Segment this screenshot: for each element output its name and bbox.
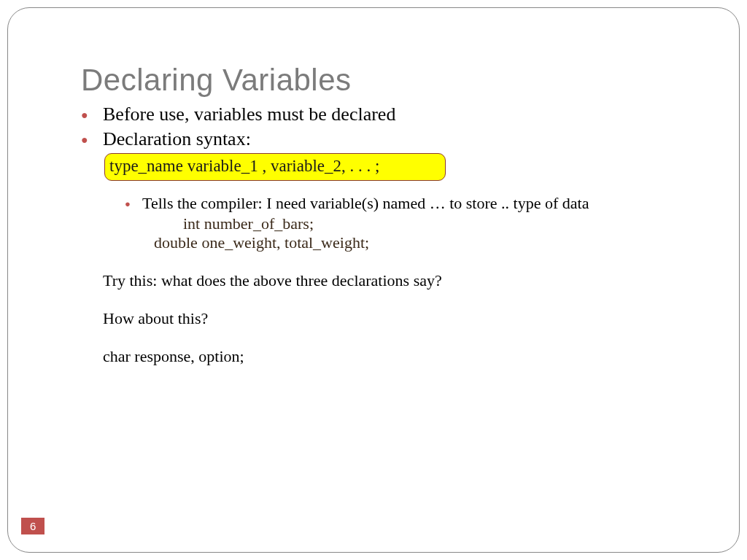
sub-bullet-list: Tells the compiler: I need variable(s) n… [125,194,703,213]
question-2: How about this? [103,309,703,328]
code-example-2: double one_weight, total_weight; [154,233,703,252]
slide-title: Declaring Variables [81,63,703,98]
slide-frame: Declaring Variables Before use, variable… [7,7,740,553]
bullet-1: Before use, variables must be declared [81,104,703,125]
code-example-1: int number_of_bars; [183,214,703,233]
sub-bullet-1: Tells the compiler: I need variable(s) n… [125,194,703,213]
page-number: 6 [21,518,44,534]
bullet-2: Declaration syntax: [81,128,703,150]
code-example-3: char response, option; [103,347,703,366]
syntax-highlight: type_name variable_1 , variable_2, . . .… [104,153,446,181]
syntax-container: type_name variable_1 , variable_2, . . .… [103,153,703,181]
bullet-list: Before use, variables must be declared D… [81,104,703,150]
slide-content: Before use, variables must be declared D… [81,104,703,366]
question-1: Try this: what does the above three decl… [103,271,703,290]
